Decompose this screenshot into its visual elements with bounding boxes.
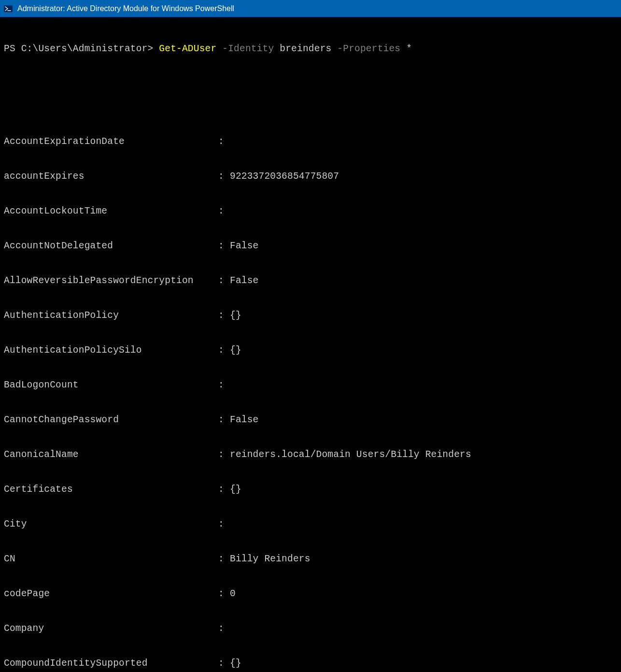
param-identity-value: breinders <box>280 43 331 55</box>
property-name: CannotChangePassword <box>4 414 218 426</box>
property-row: AllowReversiblePasswordEncryption:False <box>4 275 617 286</box>
separator: : <box>218 344 230 356</box>
property-name: CanonicalName <box>4 449 218 460</box>
separator: : <box>218 553 230 565</box>
property-name: CN <box>4 553 218 565</box>
separator: : <box>218 623 230 634</box>
property-row: AuthenticationPolicySilo:{} <box>4 344 617 356</box>
separator: : <box>218 484 230 495</box>
property-value: {} <box>230 344 241 356</box>
param-properties-value: * <box>406 43 412 55</box>
terminal-viewport[interactable]: PS C:\Users\Administrator> Get-ADUser -I… <box>0 17 621 672</box>
command-output: AccountExpirationDate: accountExpires:92… <box>4 113 617 672</box>
prompt-path: PS C:\Users\Administrator> <box>4 43 159 55</box>
property-name: AccountLockoutTime <box>4 205 218 217</box>
property-value: 9223372036854775807 <box>230 171 339 182</box>
property-name: CompoundIdentitySupported <box>4 658 218 669</box>
command-prompt-line: PS C:\Users\Administrator> Get-ADUser -I… <box>4 43 617 55</box>
separator: : <box>218 205 230 217</box>
separator: : <box>218 414 230 426</box>
property-value: Billy Reinders <box>230 553 310 565</box>
separator: : <box>218 275 230 286</box>
property-row: City: <box>4 518 617 530</box>
cmdlet-name: Get-ADUser <box>159 43 216 55</box>
property-row: AccountLockoutTime: <box>4 205 617 217</box>
property-value: False <box>230 240 259 252</box>
param-identity-flag: -Identity <box>216 43 280 55</box>
property-name: Company <box>4 623 218 634</box>
property-name: City <box>4 518 218 530</box>
separator: : <box>218 449 230 460</box>
property-name: BadLogonCount <box>4 379 218 391</box>
separator: : <box>218 379 230 391</box>
property-row: Certificates:{} <box>4 484 617 495</box>
property-name: AccountNotDelegated <box>4 240 218 252</box>
separator: : <box>218 240 230 252</box>
window-titlebar[interactable]: Administrator: Active Directory Module f… <box>0 0 621 17</box>
property-value: reinders.local/Domain Users/Billy Reinde… <box>230 449 471 460</box>
property-value: {} <box>230 310 241 321</box>
property-name: AuthenticationPolicy <box>4 310 218 321</box>
separator: : <box>218 136 230 147</box>
separator: : <box>218 171 230 182</box>
property-name: AllowReversiblePasswordEncryption <box>4 275 218 286</box>
property-row: AuthenticationPolicy:{} <box>4 310 617 321</box>
property-value: False <box>230 414 259 426</box>
property-row: CannotChangePassword:False <box>4 414 617 426</box>
property-row: CN:Billy Reinders <box>4 553 617 565</box>
property-value: False <box>230 275 259 286</box>
property-row: Company: <box>4 623 617 634</box>
param-properties-flag: -Properties <box>331 43 406 55</box>
powershell-icon <box>4 4 13 13</box>
property-name: codePage <box>4 588 218 600</box>
property-row: CanonicalName:reinders.local/Domain User… <box>4 449 617 460</box>
separator: : <box>218 310 230 321</box>
property-value: {} <box>230 484 241 495</box>
window-title: Administrator: Active Directory Module f… <box>17 4 234 13</box>
property-row: CompoundIdentitySupported:{} <box>4 658 617 669</box>
property-row: AccountExpirationDate: <box>4 136 617 147</box>
property-name: Certificates <box>4 484 218 495</box>
property-name: AuthenticationPolicySilo <box>4 344 218 356</box>
property-row: AccountNotDelegated:False <box>4 240 617 252</box>
separator: : <box>218 588 230 600</box>
svg-rect-0 <box>4 5 13 12</box>
separator: : <box>218 518 230 530</box>
property-row: codePage:0 <box>4 588 617 600</box>
separator: : <box>218 658 230 669</box>
property-row: accountExpires:9223372036854775807 <box>4 171 617 182</box>
property-name: AccountExpirationDate <box>4 136 218 147</box>
property-value: 0 <box>230 588 236 600</box>
property-value: {} <box>230 658 241 669</box>
property-row: BadLogonCount: <box>4 379 617 391</box>
property-name: accountExpires <box>4 171 218 182</box>
